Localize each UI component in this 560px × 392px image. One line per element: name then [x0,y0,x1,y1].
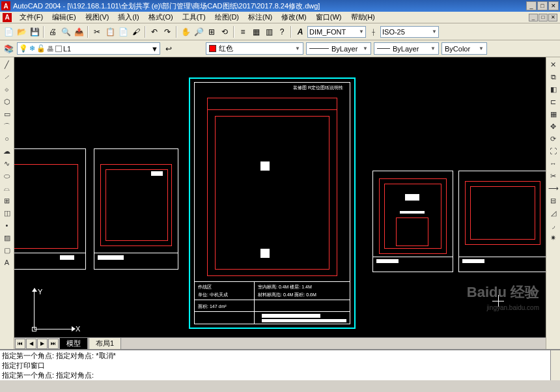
mirror-tool[interactable]: ◧ [548,83,559,95]
save-button[interactable]: 💾 [29,26,40,38]
font-combo[interactable]: DIM_FONT▼ [307,26,366,38]
publish-button[interactable]: 📤 [73,26,85,38]
move-tool[interactable]: ✥ [548,120,559,132]
child-close-button[interactable]: ✕ [548,14,557,21]
close-button[interactable]: ✕ [548,1,559,10]
command-window[interactable]: 指定第一个角点: 指定对角点: *取消* 指定打印窗口 指定第一个角点: 指定对… [0,349,560,380]
dimstyle-button[interactable]: ⟊ [367,26,379,38]
explode-tool[interactable]: ✷ [548,232,559,244]
arc-tool[interactable]: ⌒ [1,120,13,132]
menu-dimension[interactable]: 标注(N) [244,12,276,23]
maximize-button[interactable]: □ [537,1,548,10]
standard-toolbar: 📄 📂 💾 🖨 🔍 📤 ✂ 📋 📄 🖌 ↶ ↷ ✋ 🔎 ⊞ ⟲ ≡ ▦ ▥ ? … [0,23,560,40]
menu-view[interactable]: 视图(V) [81,12,113,23]
menu-tools[interactable]: 工具(T) [178,12,210,23]
zoom-realtime-button[interactable]: 🔎 [193,26,204,38]
plotstyle-combo[interactable]: ByColor▼ [441,42,487,55]
open-button[interactable]: 📂 [16,26,27,38]
properties-button[interactable]: ≡ [237,26,249,38]
tab-first-button[interactable]: ⏮ [15,339,25,349]
fillet-tool[interactable]: ◞ [548,219,559,231]
menu-edit[interactable]: 编辑(E) [48,12,80,23]
region-tool[interactable]: ▢ [1,244,13,256]
point-tool[interactable]: • [1,219,13,231]
hatch-tool[interactable]: ▨ [1,232,13,244]
layer-manager-button[interactable]: 📚 [3,43,14,55]
child-minimize-button[interactable]: _ [529,14,538,21]
rectangle-tool[interactable]: ▭ [1,108,13,120]
scale-tool[interactable]: ⛶ [548,145,559,157]
zoom-previous-button[interactable]: ⟲ [219,26,231,38]
menu-draw[interactable]: 绘图(D) [211,12,243,23]
menu-insert[interactable]: 插入(I) [114,12,143,23]
paste-button[interactable]: 📄 [117,26,129,38]
zoom-window-button[interactable]: ⊞ [206,26,217,38]
erase-tool[interactable]: ✕ [548,59,559,70]
break-tool[interactable]: ⊟ [548,195,559,206]
textstyle-button[interactable]: A [294,26,306,38]
tab-model[interactable]: 模型 [59,337,88,349]
polygon-tool[interactable]: ⬡ [1,96,13,107]
linetype-combo-value: ByLayer [331,45,357,53]
menu-window[interactable]: 窗口(W) [312,12,346,23]
trim-tool[interactable]: ✂ [548,170,559,182]
new-button[interactable]: 📄 [3,26,14,38]
tab-prev-button[interactable]: ◀ [26,339,36,349]
print-button[interactable]: 🖨 [47,26,59,38]
workarea: ╱ ⟋ ⟐ ⬡ ▭ ⌒ ○ ☁ ∿ ⬭ ⌓ ⊞ ◫ • ▨ ▢ A 装修图 R定… [0,57,560,349]
menu-modify[interactable]: 修改(M) [277,12,311,23]
layer-combo[interactable]: 💡❄🔓🖶 L1 ▼ [17,42,160,55]
array-tool[interactable]: ▦ [548,108,559,120]
info4: 室内标高: 0.4M 楼层: 1.4M [258,284,312,290]
menu-file[interactable]: 文件(F) [16,12,47,23]
pline-tool[interactable]: ⟐ [1,83,13,95]
minimize-button[interactable]: _ [526,1,537,10]
tab-layout1[interactable]: 布局1 [89,337,121,349]
copy-tool[interactable]: ⧉ [548,71,559,83]
menu-help[interactable]: 帮助(H) [347,12,379,23]
menu-format[interactable]: 格式(O) [145,12,177,23]
command-prompt-line: 指定第一个角点: 指定对角点: [2,371,558,380]
pan-button[interactable]: ✋ [180,26,191,38]
insert-tool[interactable]: ⊞ [1,195,13,206]
color-combo[interactable]: 红色▼ [206,42,303,55]
dimstyle-combo[interactable]: ISO-25▼ [380,26,439,38]
cut-button[interactable]: ✂ [91,26,103,38]
line-tool[interactable]: ╱ [1,59,13,70]
redo-button[interactable]: ↷ [161,26,173,38]
revcloud-tool[interactable]: ☁ [1,145,13,157]
tab-last-button[interactable]: ⏭ [48,339,59,349]
help-button[interactable]: ? [276,26,288,38]
chamfer-tool[interactable]: ◿ [548,207,559,219]
block-tool[interactable]: ◫ [1,207,13,219]
command-scrollbar[interactable] [550,350,560,380]
tab-next-button[interactable]: ▶ [37,339,48,349]
child-maximize-button[interactable]: □ [539,14,548,21]
ellipsearc-tool[interactable]: ⌓ [1,182,13,194]
xline-tool[interactable]: ⟋ [1,71,13,83]
circle-tool[interactable]: ○ [1,133,13,145]
rotate-tool[interactable]: ⟳ [548,133,559,145]
extend-tool[interactable]: ⟶ [548,182,559,194]
lineweight-combo[interactable]: ByLayer▼ [374,42,439,55]
ellipse-tool[interactable]: ⬭ [1,170,13,182]
layer-previous-button[interactable]: ↩ [163,43,175,55]
dimstyle-combo-value: ISO-25 [382,28,405,36]
crosshair-icon [492,295,504,307]
spline-tool[interactable]: ∿ [1,158,13,169]
undo-button[interactable]: ↶ [148,26,160,38]
copy-button[interactable]: 📋 [104,26,116,38]
stretch-tool[interactable]: ↔ [548,158,559,169]
lineweight-combo-value: ByLayer [393,45,419,53]
drawing-canvas[interactable]: 装修图 R定位图纸说明性 作战区 单位: 中机天成 面积: 147 dm² 室内… [14,57,546,349]
mtext-tool[interactable]: A [1,257,13,268]
linetype-combo[interactable]: ByLayer▼ [306,42,371,55]
app-icon: A [1,1,10,10]
ucs-y-label: Y [38,288,42,296]
matchprop-button[interactable]: 🖌 [130,26,142,38]
preview-button[interactable]: 🔍 [60,26,72,38]
offset-tool[interactable]: ⊏ [548,96,559,107]
toolpalettes-button[interactable]: ▥ [263,26,275,38]
designcenter-button[interactable]: ▦ [250,26,262,38]
titlebar: A AutoCAD 2004 - [\\192.168.1.101\全划共享 (… [0,0,560,12]
